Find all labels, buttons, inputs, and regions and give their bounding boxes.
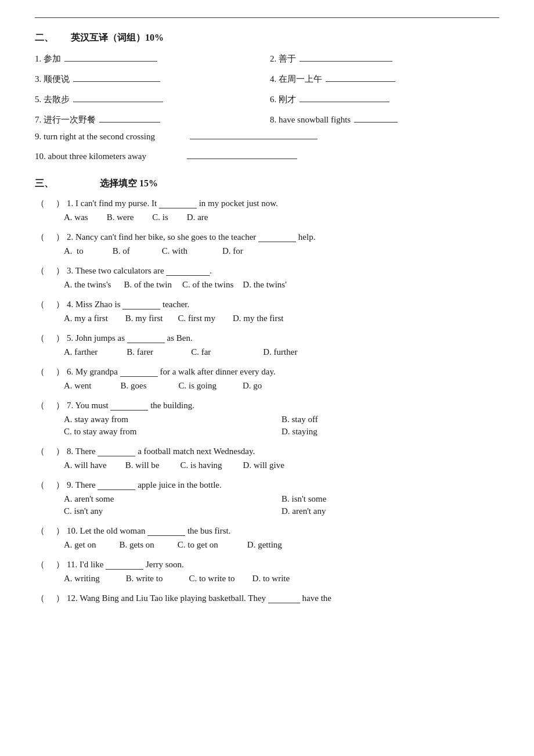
q6-opt-a: A. went bbox=[64, 381, 92, 391]
mc-q4-row: （ ） 4. Miss Zhao is teacher. bbox=[35, 299, 499, 310]
q8-blank[interactable] bbox=[98, 448, 135, 456]
q4-opt-a: A. my a first bbox=[64, 314, 108, 323]
q7-text: 7. You must the building. bbox=[67, 401, 499, 411]
q1-text: 1. I can't find my purse. It in my pocke… bbox=[67, 199, 499, 208]
q3-opt-d: D. the twins' bbox=[243, 280, 287, 290]
paren-left-11: （ bbox=[35, 559, 45, 570]
paren-right-3: ） bbox=[56, 265, 64, 276]
paren-right-6: ） bbox=[56, 366, 64, 377]
q5-opt-b: B. farer bbox=[127, 347, 153, 357]
trans-blank-10[interactable] bbox=[187, 150, 297, 159]
q3-text: 3. These two calculators are . bbox=[67, 266, 499, 276]
q1-options: A. was B. were C. is D. are bbox=[35, 213, 499, 222]
section-two-num: 二、 bbox=[35, 32, 53, 44]
trans-blank-6[interactable] bbox=[300, 93, 389, 102]
mc-item-9: （ ） 9. There apple juice in the bottle. … bbox=[35, 480, 499, 516]
mc-item-4: （ ） 4. Miss Zhao is teacher. A. my a fir… bbox=[35, 299, 499, 323]
paren-left-8: （ bbox=[35, 446, 45, 457]
trans-item-7: 7. 进行一次野餐 bbox=[35, 113, 264, 125]
trans-blank-5[interactable] bbox=[73, 93, 163, 102]
q11-blank[interactable] bbox=[106, 561, 143, 570]
q4-blank[interactable] bbox=[122, 301, 160, 309]
q6-opt-d: D. go bbox=[243, 381, 262, 391]
q8-options: A. will have B. will be C. is having D. … bbox=[35, 460, 499, 470]
q9-opt-c: C. isn't any bbox=[64, 506, 282, 516]
q5-opt-a: A. farther bbox=[64, 347, 98, 357]
q3-opt-b: B. of the twin bbox=[124, 280, 172, 290]
q12-text: 12. Wang Bing and Liu Tao like playing b… bbox=[67, 593, 499, 603]
trans-item-2: 2. 善于 bbox=[270, 52, 499, 64]
trans-item-3: 3. 顺便说 bbox=[35, 73, 264, 85]
q9-opt-b: B. isn't some bbox=[282, 494, 499, 504]
trans-label-10: 10. about three kilometers away bbox=[35, 152, 146, 161]
section-two-title: 英汉互译（词组）10% bbox=[71, 32, 164, 44]
q6-text: 6. My grandpa for a walk after dinner ev… bbox=[67, 367, 499, 377]
mc-item-3: （ ） 3. These two calculators are . A. th… bbox=[35, 265, 499, 290]
mc-item-5: （ ） 5. John jumps as as Ben. A. farther … bbox=[35, 333, 499, 357]
trans-blank-7[interactable] bbox=[99, 113, 160, 123]
trans-item-10: 10. about three kilometers away bbox=[35, 150, 499, 161]
mc-item-8: （ ） 8. There a football match next Wedne… bbox=[35, 446, 499, 470]
trans-blank-4[interactable] bbox=[326, 73, 395, 82]
paren-right-10: ） bbox=[56, 525, 64, 537]
q1-blank[interactable] bbox=[159, 200, 197, 208]
q2-opt-b: B. of bbox=[113, 246, 130, 256]
q7-opt-d: D. staying bbox=[282, 427, 499, 437]
q1-opt-c: C. is bbox=[152, 213, 168, 222]
trans-item-8: 8. have snowball fights bbox=[270, 113, 499, 125]
paren-right-7: ） bbox=[56, 400, 64, 411]
q7-blank[interactable] bbox=[110, 402, 148, 411]
q1-opt-b: B. were bbox=[107, 213, 134, 222]
paren-right-2: ） bbox=[56, 232, 64, 243]
translation-grid: 1. 参加 2. 善于 3. 顺便说 4. 在周一上午 5. 去散步 bbox=[35, 52, 499, 125]
mc-q11-row: （ ） 11. I'd like Jerry soon. bbox=[35, 559, 499, 570]
q7-opt-b: B. stay off bbox=[282, 415, 499, 424]
q6-blank[interactable] bbox=[120, 368, 158, 377]
paren-left-12: （ bbox=[35, 593, 45, 604]
trans-label-6: 6. 刚才 bbox=[270, 94, 296, 105]
q4-opt-d: D. my the first bbox=[233, 314, 284, 323]
q4-options: A. my a first B. my first C. first my D.… bbox=[35, 314, 499, 323]
q10-options: A. get on B. gets on C. to get on D. get… bbox=[35, 540, 499, 550]
paren-right-12: ） bbox=[56, 593, 64, 604]
mc-q12-row: （ ） 12. Wang Bing and Liu Tao like playi… bbox=[35, 593, 499, 604]
q4-text: 4. Miss Zhao is teacher. bbox=[67, 300, 499, 309]
mc-item-10: （ ） 10. Let the old woman the bus first.… bbox=[35, 525, 499, 550]
mc-q2-row: （ ） 2. Nancy can't find her bike, so she… bbox=[35, 232, 499, 243]
q11-options: A. writing B. write to C. to write to D.… bbox=[35, 574, 499, 584]
trans-blank-1[interactable] bbox=[64, 52, 157, 62]
q7-opt-a: A. stay away from bbox=[64, 415, 282, 424]
q12-blank[interactable] bbox=[268, 595, 300, 603]
trans-item-6: 6. 刚才 bbox=[270, 93, 499, 105]
q10-blank[interactable] bbox=[147, 527, 185, 536]
q11-opt-b: B. write to bbox=[126, 574, 163, 584]
q2-blank[interactable] bbox=[258, 233, 296, 242]
mc-q7-row: （ ） 7. You must the building. bbox=[35, 400, 499, 411]
q5-blank[interactable] bbox=[127, 334, 165, 343]
paren-right-1: ） bbox=[56, 198, 64, 209]
section-three-num: 三、 bbox=[35, 178, 53, 190]
mc-item-11: （ ） 11. I'd like Jerry soon. A. writing … bbox=[35, 559, 499, 584]
trans-label-4: 4. 在周一上午 bbox=[270, 74, 322, 85]
trans-blank-8[interactable] bbox=[354, 113, 398, 123]
trans-label-1: 1. 参加 bbox=[35, 53, 61, 64]
trans-item-1: 1. 参加 bbox=[35, 52, 264, 64]
q7-options: A. stay away from B. stay off C. to stay… bbox=[35, 415, 499, 437]
q4-opt-c: C. first my bbox=[178, 314, 215, 323]
paren-left-10: （ bbox=[35, 525, 45, 537]
trans-blank-3[interactable] bbox=[73, 73, 160, 82]
trans-blank-9[interactable] bbox=[190, 130, 317, 139]
q5-opt-c: C. far bbox=[191, 347, 211, 357]
paren-right-4: ） bbox=[56, 299, 64, 310]
q10-opt-b: B. gets on bbox=[119, 540, 154, 550]
q11-text: 11. I'd like Jerry soon. bbox=[67, 560, 499, 570]
trans-label-9: 9. turn right at the second crossing bbox=[35, 132, 155, 142]
q2-text: 2. Nancy can't find her bike, so she goe… bbox=[67, 232, 499, 242]
q3-blank[interactable] bbox=[166, 267, 210, 276]
q9-blank[interactable] bbox=[98, 481, 135, 490]
trans-blank-2[interactable] bbox=[300, 52, 392, 62]
q11-opt-d: D. to write bbox=[252, 574, 290, 584]
q5-options: A. farther B. farer C. far D. further bbox=[35, 347, 499, 357]
paren-right-8: ） bbox=[56, 446, 64, 457]
mc-q9-row: （ ） 9. There apple juice in the bottle. bbox=[35, 480, 499, 491]
